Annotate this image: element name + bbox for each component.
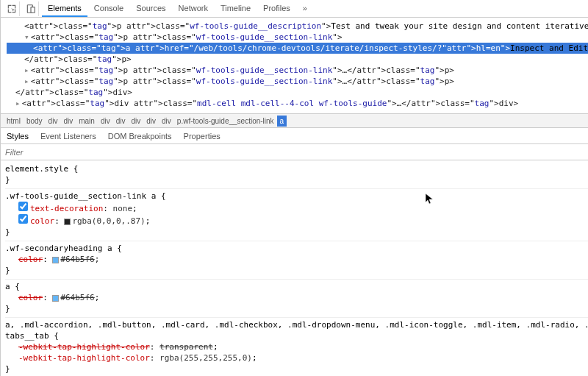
breadcrumb-item[interactable]: div bbox=[159, 116, 174, 127]
svg-rect-1 bbox=[31, 7, 35, 13]
subtab-dombreakpoints[interactable]: DOM Breakpoints bbox=[102, 129, 178, 143]
breadcrumb-item[interactable]: a bbox=[277, 116, 287, 127]
sub-tabs: Styles Event Listeners DOM Breakpoints P… bbox=[1, 128, 588, 144]
breadcrumb-item[interactable]: html bbox=[4, 116, 24, 127]
css-rules[interactable]: element.style {}.wf-tools-guide__section… bbox=[1, 160, 588, 376]
filter-row: :hov ◆ .cls + ⋮ bbox=[1, 144, 588, 160]
inspect-icon[interactable] bbox=[4, 1, 20, 16]
device-toggle-icon[interactable] bbox=[23, 1, 39, 16]
tab-overflow[interactable]: » bbox=[297, 1, 313, 17]
tab-profiles[interactable]: Profiles bbox=[257, 1, 296, 17]
tab-sources[interactable]: Sources bbox=[130, 1, 171, 17]
breadcrumb-item[interactable]: div bbox=[143, 116, 159, 127]
devtools-panel: Elements Console Sources Network Timelin… bbox=[1, 0, 588, 376]
subtab-eventlisteners[interactable]: Event Listeners bbox=[35, 129, 102, 143]
subtab-styles[interactable]: Styles bbox=[1, 129, 35, 143]
breadcrumb-item[interactable]: div bbox=[113, 116, 129, 127]
breadcrumb-item[interactable]: div bbox=[46, 116, 61, 127]
breadcrumb-item[interactable]: div bbox=[128, 116, 143, 127]
tab-timeline[interactable]: Timeline bbox=[215, 1, 257, 17]
breadcrumb-item[interactable]: p.wf-tools-guide__section-link bbox=[174, 116, 277, 127]
dom-tree[interactable]: <attr">class="tag">p attr">class="wf-too… bbox=[1, 18, 588, 113]
devtools-toolbar: Elements Console Sources Network Timelin… bbox=[1, 0, 588, 18]
breadcrumb-item[interactable]: div bbox=[98, 116, 113, 127]
tab-console[interactable]: Console bbox=[88, 1, 129, 17]
styles-pane: Styles Event Listeners DOM Breakpoints P… bbox=[1, 128, 588, 376]
breadcrumb-item[interactable]: body bbox=[24, 116, 46, 127]
tab-network[interactable]: Network bbox=[173, 1, 214, 17]
main-tabs: Elements Console Sources Network Timelin… bbox=[42, 1, 588, 17]
breadcrumb-item[interactable]: main bbox=[76, 116, 98, 127]
breadcrumb-item[interactable]: div bbox=[60, 116, 76, 127]
tab-elements[interactable]: Elements bbox=[42, 1, 87, 17]
subtab-properties[interactable]: Properties bbox=[178, 129, 226, 143]
filter-input[interactable] bbox=[5, 148, 588, 157]
breadcrumb[interactable]: htmlbodydivdivmaindivdivdivdivdivp.wf-to… bbox=[1, 113, 588, 128]
